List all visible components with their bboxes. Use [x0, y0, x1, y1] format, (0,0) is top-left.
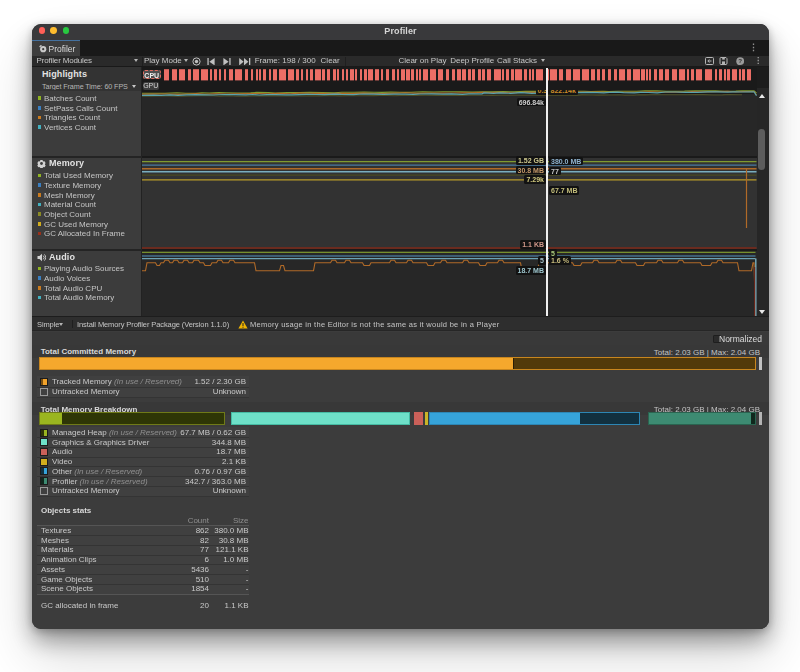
svg-text:?: ?: [738, 58, 742, 65]
